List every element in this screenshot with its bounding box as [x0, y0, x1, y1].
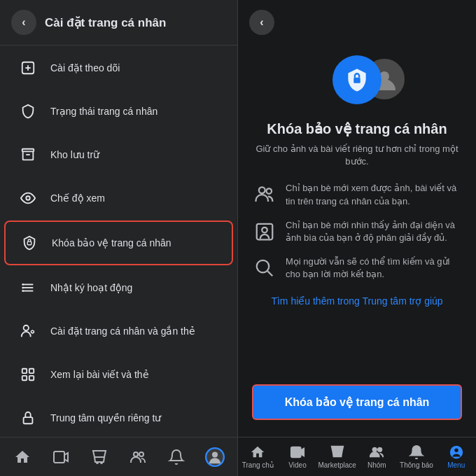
archive-icon	[15, 142, 41, 167]
svg-rect-32	[354, 78, 360, 83]
back-button-left[interactable]: ‹	[11, 10, 36, 35]
bottom-nav-bell[interactable]: Thông báo	[397, 444, 437, 469]
menu-label-che-do-xem: Chế độ xem	[50, 192, 105, 204]
profile-icons-area	[252, 52, 462, 108]
portrait-icon	[252, 219, 277, 244]
left-panel-title: Cài đặt trang cá nhân	[45, 15, 166, 30]
feature-title: Khóa bảo vệ trang cá nhân	[252, 120, 462, 137]
nav-marketplace-icon[interactable]	[84, 443, 115, 471]
svg-point-13	[24, 326, 29, 330]
menu-item-kho-luu-tru[interactable]: Kho lưu trữ	[4, 134, 233, 176]
back-arrow-icon: ‹	[22, 16, 25, 29]
nav-home-icon[interactable]	[7, 443, 38, 471]
menu-item-che-do-xem[interactable]: Chế độ xem	[4, 177, 233, 219]
lock-shield-icon	[17, 230, 42, 255]
svg-line-38	[267, 272, 272, 276]
svg-rect-19	[24, 417, 33, 424]
svg-point-26	[101, 462, 102, 463]
svg-point-33	[259, 188, 265, 194]
bottom-nav-home[interactable]: Trang chủ	[238, 444, 278, 469]
menu-label-trung-tam: Trung tâm quyền riêng tư	[50, 412, 161, 424]
svg-rect-3	[22, 149, 34, 152]
menu-item-xem-lai[interactable]: Xem lại bài viết và thẻ	[4, 354, 233, 396]
bottom-nav-right: Trang chủ Video Marketplace Nhóm	[238, 437, 476, 476]
eye-icon	[15, 186, 41, 211]
svg-point-25	[97, 462, 98, 463]
bottom-nav-menu-label: Menu	[447, 461, 465, 469]
feature-item-search: Mọi người vẫn sẽ có thể tìm kiếm và gửi …	[252, 255, 462, 281]
svg-rect-39	[291, 447, 301, 458]
menu-label-khoa-bao-ve: Khóa bảo vệ trang cá nhân	[52, 237, 172, 248]
menu-item-khoa-bao-ve[interactable]: Khóa bảo vệ trang cá nhân	[4, 220, 233, 265]
svg-rect-15	[22, 369, 27, 373]
bottom-nav-marketplace[interactable]: Marketplace	[317, 444, 357, 469]
svg-point-41	[378, 448, 382, 452]
menu-item-trang-thai[interactable]: Trạng thái trang cá nhân	[4, 90, 233, 132]
svg-rect-18	[29, 376, 34, 380]
bottom-nav-left	[0, 437, 237, 476]
bottom-nav-bell-label: Thông báo	[400, 461, 433, 469]
back-arrow-right-icon: ‹	[260, 16, 263, 29]
bottom-nav-video-label: Video	[288, 461, 306, 469]
bottom-nav-groups[interactable]: Nhóm	[357, 444, 397, 469]
svg-point-36	[262, 227, 267, 233]
left-header: ‹ Cài đặt trang cá nhân	[0, 0, 237, 46]
bottom-nav-home-label: Trang chủ	[242, 461, 274, 469]
people-icon	[252, 182, 277, 207]
menu-label-theo-doi: Cài đặt theo dõi	[50, 62, 120, 74]
svg-point-5	[26, 196, 30, 200]
svg-point-27	[134, 452, 138, 456]
lock-icon	[15, 405, 41, 430]
grid-icon	[15, 362, 41, 387]
svg-point-10	[22, 284, 24, 286]
feature-text-portrait: Chỉ bạn bè mới nhìn thấy ảnh đại diện và…	[286, 219, 462, 244]
menu-item-trung-tam[interactable]: Trung tâm quyền riêng tư	[4, 397, 233, 437]
right-header: ‹	[238, 0, 476, 45]
svg-rect-6	[27, 241, 31, 245]
menu-item-theo-doi[interactable]: Cài đặt theo dõi	[4, 47, 233, 89]
svg-point-14	[31, 330, 34, 333]
back-button-right[interactable]: ‹	[249, 10, 274, 35]
feature-item-portrait: Chỉ bạn bè mới nhìn thấy ảnh đại diện và…	[252, 219, 462, 244]
feature-text-search: Mọi người vẫn sẽ có thể tìm kiếm và gửi …	[286, 255, 462, 281]
svg-point-40	[373, 448, 377, 452]
svg-point-43	[454, 449, 458, 453]
feature-item-friends-view: Chỉ bạn bè mới xem được ảnh, bài viết và…	[252, 182, 462, 207]
feature-description: Giữ cho ảnh và bài viết riêng tư hơn chỉ…	[252, 143, 462, 168]
menu-item-nhat-ky[interactable]: Nhật ký hoạt động	[4, 267, 233, 309]
menu-list: Cài đặt theo dõi Trạng thái trang cá nhâ…	[0, 46, 237, 437]
left-panel: ‹ Cài đặt trang cá nhân Cài đặt theo dõi	[0, 0, 238, 476]
list-icon	[15, 275, 41, 300]
activate-button[interactable]: Khóa bảo vệ trang cá nhân	[252, 384, 462, 420]
menu-label-cai-dat-trang: Cài đặt trang cá nhân và gắn thẻ	[50, 326, 195, 337]
nav-video-icon[interactable]	[46, 443, 76, 471]
svg-point-28	[139, 452, 144, 456]
menu-label-nhat-ky: Nhật ký hoạt động	[50, 282, 132, 293]
svg-rect-17	[22, 376, 27, 380]
shield-circle	[332, 55, 382, 104]
learn-more-link[interactable]: Tìm hiểu thêm trong Trung tâm trợ giúp	[252, 295, 462, 307]
menu-item-cai-dat-trang[interactable]: Cài đặt trang cá nhân và gắn thẻ	[4, 310, 233, 352]
nav-avatar-icon[interactable]	[200, 443, 230, 471]
menu-label-trang-thai: Trạng thái trang cá nhân	[50, 106, 158, 117]
bottom-nav-video[interactable]: Video	[278, 444, 318, 469]
spacer	[252, 318, 462, 385]
bottom-nav-groups-label: Nhóm	[368, 461, 386, 469]
menu-label-xem-lai: Xem lại bài viết và thẻ	[50, 369, 149, 380]
nav-bell-icon[interactable]	[161, 443, 192, 471]
search-info-icon	[252, 255, 277, 281]
svg-rect-35	[257, 224, 273, 240]
svg-rect-24	[54, 451, 64, 463]
plus-square-icon	[15, 55, 41, 80]
right-content: Khóa bảo vệ trang cá nhân Giữ cho ảnh và…	[238, 45, 476, 437]
bottom-nav-marketplace-label: Marketplace	[318, 461, 356, 469]
svg-rect-16	[29, 369, 34, 373]
bottom-nav-menu[interactable]: Menu	[436, 444, 476, 469]
person-gear-icon	[15, 318, 41, 344]
shield-icon	[15, 99, 41, 124]
feature-text-friends-view: Chỉ bạn bè mới xem được ảnh, bài viết và…	[286, 182, 462, 207]
svg-point-37	[257, 260, 270, 273]
nav-people-icon[interactable]	[122, 443, 153, 471]
svg-point-11	[22, 287, 24, 289]
svg-point-12	[22, 290, 24, 292]
